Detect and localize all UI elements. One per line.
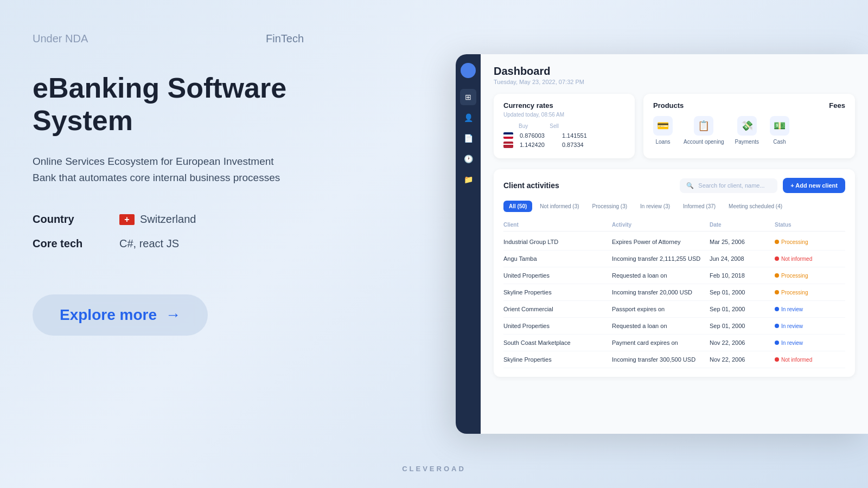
- activity-desc: Passport expires on: [612, 306, 710, 312]
- status-badge: Not informed: [775, 357, 845, 363]
- top-widgets: Currency rates Updated today, 08:56 AM B…: [494, 94, 855, 158]
- activity-desc: Payment card expires on: [612, 339, 710, 346]
- status-badge: Not informed: [775, 256, 845, 262]
- nda-label: Under NDA: [33, 33, 88, 44]
- table-row: Industrial Group LTD Expires Power of At…: [503, 234, 845, 251]
- sidebar-item-docs[interactable]: 📄: [460, 130, 476, 146]
- flag-gb-icon: [503, 132, 513, 139]
- client-name: Angu Tamba: [503, 255, 612, 262]
- tech-label: Core tech: [33, 237, 119, 250]
- activity-date: Feb 10, 2018: [710, 272, 775, 279]
- status-badge: Processing: [775, 273, 845, 279]
- status-dot: [775, 240, 779, 244]
- col-status: Status: [775, 222, 845, 228]
- activity-desc: Incoming transfer 2,111,255 USD: [612, 255, 710, 262]
- tab-not-informed[interactable]: Not informed (3): [534, 201, 584, 212]
- usd-buy: 1.142420: [520, 142, 545, 148]
- subtitle: Online Services Ecosystem for European I…: [33, 153, 385, 187]
- activity-desc: Requested a loan on: [612, 323, 710, 329]
- status-dot: [775, 273, 779, 278]
- table-header: Client Activity Date Status: [503, 219, 845, 232]
- activity-desc: Expires Power of Attorney: [612, 239, 710, 245]
- product-cash[interactable]: 💵 Cash: [770, 116, 789, 145]
- fees-section: Fees: [829, 101, 845, 145]
- client-name: South Coast Marketplace: [503, 339, 612, 346]
- status-badge: In review: [775, 323, 845, 329]
- account-opening-icon: 📋: [694, 116, 713, 136]
- dashboard-date: Tuesday, May 23, 2022, 07:32 PM: [494, 79, 855, 85]
- table-row: United Properties Requested a loan on Fe…: [503, 267, 845, 284]
- activity-date: Nov 22, 2006: [710, 356, 775, 363]
- products-grid: 💳 Loans 📋 Account opening 💸 Payments: [653, 116, 789, 145]
- activity-date: Sep 01, 2000: [710, 289, 775, 296]
- client-name: Skyline Properties: [503, 289, 612, 296]
- cash-label: Cash: [773, 139, 786, 145]
- tab-meeting-scheduled[interactable]: Meeting scheduled (4): [723, 201, 788, 212]
- tab-in-review[interactable]: In review (3): [635, 201, 675, 212]
- sidebar-item-dashboard[interactable]: ⊞: [460, 89, 476, 105]
- flag-us-icon: [503, 142, 513, 148]
- currency-header: Buy Sell: [503, 123, 625, 129]
- product-payments[interactable]: 💸 Payments: [735, 116, 759, 145]
- activities-title: Client activities: [503, 181, 559, 190]
- status-dot: [775, 341, 779, 345]
- products-widget: Products 💳 Loans 📋 Account opening: [643, 94, 855, 158]
- activity-desc: Incoming transfer 300,500 USD: [612, 356, 710, 363]
- currency-title: Currency rates: [503, 101, 625, 110]
- client-search[interactable]: 🔍 Search for client, name...: [680, 178, 777, 193]
- sidebar-item-files[interactable]: 📁: [460, 171, 476, 188]
- tech-value: C#, react JS: [119, 237, 179, 250]
- col-activity: Activity: [612, 222, 710, 228]
- account-opening-label: Account opening: [684, 139, 724, 145]
- country-row: Country Switzerland: [33, 213, 385, 226]
- table-row: Skyline Properties Incoming transfer 300…: [503, 351, 845, 368]
- sidebar-item-users[interactable]: 👤: [460, 110, 476, 126]
- activities-header: Client activities 🔍 Search for client, n…: [503, 178, 845, 193]
- status-dot: [775, 324, 779, 328]
- status-dot: [775, 290, 779, 294]
- payments-icon: 💸: [737, 116, 757, 136]
- left-panel: Under NDA FinTech eBanking Software Syst…: [33, 33, 385, 336]
- currency-updated: Updated today, 08:56 AM: [503, 112, 625, 118]
- dashboard-mockup: ⊞ 👤 📄 🕐 📁 Dashboard Tuesday, May 23, 202…: [456, 54, 868, 434]
- activity-date: Sep 01, 2000: [710, 323, 775, 329]
- product-account-opening[interactable]: 📋 Account opening: [684, 116, 724, 145]
- tabs-row: All (50) Not informed (3) Processing (3)…: [503, 201, 845, 212]
- add-client-button[interactable]: + Add new client: [783, 178, 845, 193]
- tab-informed[interactable]: Informed (37): [678, 201, 721, 212]
- status-badge: In review: [775, 340, 845, 346]
- loans-label: Loans: [655, 139, 670, 145]
- flag-switzerland-icon: [119, 214, 135, 225]
- main-content: Dashboard Tuesday, May 23, 2022, 07:32 P…: [481, 54, 868, 434]
- product-loans[interactable]: 💳 Loans: [653, 116, 673, 145]
- loans-icon: 💳: [653, 116, 673, 136]
- usd-sell: 0.87334: [562, 142, 584, 148]
- client-name: United Properties: [503, 323, 612, 329]
- page-title: eBanking Software System: [33, 72, 385, 137]
- table-row: Skyline Properties Incoming transfer 20,…: [503, 284, 845, 301]
- meta-section: Country Switzerland Core tech C#, react …: [33, 213, 385, 250]
- tab-processing[interactable]: Processing (3): [587, 201, 633, 212]
- client-name: United Properties: [503, 272, 612, 279]
- table-row: Angu Tamba Incoming transfer 2,111,255 U…: [503, 251, 845, 267]
- country-value: Switzerland: [119, 213, 196, 226]
- activity-date: Nov 22, 2006: [710, 339, 775, 346]
- client-name: Skyline Properties: [503, 356, 612, 363]
- explore-more-button[interactable]: Explore more →: [33, 294, 208, 336]
- activity-desc: Incoming transfer 20,000 USD: [612, 289, 710, 296]
- sidebar-item-clock[interactable]: 🕐: [460, 151, 476, 167]
- fintech-label: FinTech: [266, 33, 304, 45]
- footer-brand: CLEVEROAD: [402, 465, 466, 473]
- currency-row-gbp: 0.876003 1.141551: [503, 132, 625, 139]
- search-icon: 🔍: [686, 182, 694, 189]
- col-client: Client: [503, 222, 612, 228]
- tab-all[interactable]: All (50): [503, 201, 532, 212]
- sidebar: ⊞ 👤 📄 🕐 📁: [456, 54, 481, 434]
- currency-row-usd: 1.142420 0.87334: [503, 142, 625, 148]
- gbp-buy: 0.876003: [520, 132, 545, 139]
- client-name: Orient Commercial: [503, 306, 612, 312]
- fees-title: Fees: [829, 101, 845, 110]
- sidebar-logo: [461, 63, 476, 78]
- client-name: Industrial Group LTD: [503, 239, 612, 245]
- activities-section: Client activities 🔍 Search for client, n…: [494, 169, 855, 377]
